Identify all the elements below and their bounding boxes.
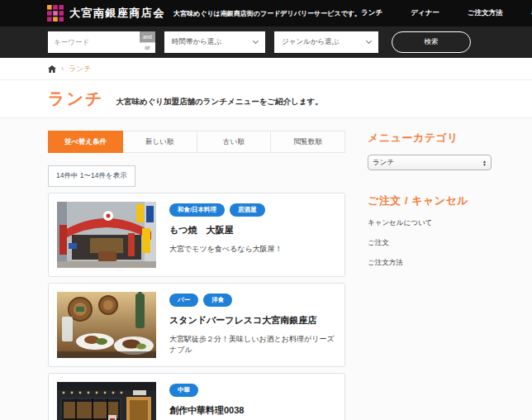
menu-category-heading: メニューカテゴリ bbox=[368, 131, 493, 146]
category-badge[interactable]: 居酒屋 bbox=[230, 203, 265, 217]
restaurant-card[interactable]: 和食/日本料理 居酒屋 もつ焼 大阪屋 大宮でモツを食べるなら大阪屋！ bbox=[48, 193, 345, 277]
category-badges: 中華 bbox=[169, 384, 244, 397]
tab-oldest[interactable]: 古い順 bbox=[197, 131, 272, 153]
page-header: ランチ 大宮味めぐり加盟店舗のランチメニューをご紹介します。 bbox=[0, 80, 532, 118]
site-logo[interactable]: 大宮南銀座商店会 bbox=[47, 5, 165, 21]
restaurant-info: 和食/日本料理 居酒屋 もつ焼 大阪屋 大宮でモツを食べるなら大阪屋！ bbox=[169, 202, 283, 268]
content-area: 並べ替え条件 新しい順 古い順 閲覧数順 14件中 1〜14件を表示 bbox=[0, 118, 532, 420]
menu-category-select[interactable]: ランチ ▲▼ bbox=[368, 155, 492, 170]
nav-dinner[interactable]: ディナー bbox=[411, 8, 439, 18]
top-header: 大宮南銀座商店会 大宮味めぐりは南銀商店街のフードデリバリーサービスです。 ラン… bbox=[0, 0, 532, 26]
restaurant-photo-0038 bbox=[57, 382, 156, 420]
category-badge[interactable]: 洋食 bbox=[203, 294, 232, 307]
keyword-field-group: and or bbox=[48, 31, 155, 53]
sidebar-link-order[interactable]: ご注文 bbox=[368, 238, 493, 248]
restaurant-card[interactable]: バー 洋食 スタンドバーフレスコ大宮南銀座店 大宮駅徒歩２分！美味しいお酒とお料… bbox=[48, 283, 345, 367]
chevron-down-icon bbox=[253, 38, 259, 44]
sidebar-link-cancel-about[interactable]: キャンセルについて bbox=[368, 218, 493, 228]
genre-select-value: ジャンルから選ぶ bbox=[282, 37, 339, 47]
nav-lunch[interactable]: ランチ bbox=[361, 8, 382, 18]
tab-sort-condition[interactable]: 並べ替え条件 bbox=[48, 131, 123, 153]
and-toggle-button[interactable]: and bbox=[140, 31, 155, 42]
home-icon[interactable] bbox=[48, 65, 56, 73]
genre-select[interactable]: ジャンルから選ぶ bbox=[274, 31, 378, 53]
restaurant-photo-osakaya bbox=[57, 202, 156, 268]
breadcrumb-separator: › bbox=[61, 64, 64, 73]
sidebar: メニューカテゴリ ランチ ▲▼ ご注文 / キャンセル キャンセルについて ご注… bbox=[368, 131, 493, 268]
results-column: 並べ替え条件 新しい順 古い順 閲覧数順 14件中 1〜14件を表示 bbox=[48, 131, 345, 420]
restaurant-description: 大宮でモツを食べるなら大阪屋！ bbox=[169, 244, 283, 255]
category-badge[interactable]: バー bbox=[169, 294, 198, 307]
chevron-down-icon bbox=[366, 38, 372, 44]
nav-how-to-order[interactable]: ご注文方法 bbox=[468, 8, 503, 18]
category-badge[interactable]: 中華 bbox=[169, 384, 198, 397]
site-tagline: 大宮味めぐりは南銀商店街のフードデリバリーサービスです。 bbox=[173, 9, 361, 18]
and-or-toggle: and or bbox=[140, 31, 155, 53]
category-badge[interactable]: 和食/日本料理 bbox=[169, 203, 225, 217]
keyword-input[interactable] bbox=[48, 31, 140, 53]
restaurant-photo-fresco bbox=[57, 292, 156, 358]
order-links: キャンセルについて ご注文 ご注文方法 bbox=[368, 218, 493, 268]
tab-newest[interactable]: 新しい順 bbox=[123, 131, 197, 153]
restaurant-card[interactable]: 中華 創作中華料理0038 bbox=[48, 373, 345, 420]
restaurant-description: 大宮駅徒歩２分！美味しいお酒とお料理がリーズナブル bbox=[169, 334, 336, 356]
tab-most-viewed[interactable]: 閲覧数順 bbox=[271, 131, 345, 153]
select-stepper-icon: ▲▼ bbox=[482, 160, 487, 166]
search-bar: and or 時間帯から選ぶ ジャンルから選ぶ 検索 bbox=[0, 26, 532, 58]
breadcrumb-current[interactable]: ランチ bbox=[69, 64, 92, 74]
result-count: 14件中 1〜14件を表示 bbox=[48, 165, 135, 187]
category-badges: 和食/日本料理 居酒屋 bbox=[169, 203, 283, 217]
sort-tabs: 並べ替え条件 新しい順 古い順 閲覧数順 bbox=[48, 131, 345, 153]
main-nav: ランチ ディナー ご注文方法 キャンセル bbox=[361, 8, 532, 18]
sidebar-link-how-to-order[interactable]: ご注文方法 bbox=[368, 258, 493, 268]
restaurant-name[interactable]: 創作中華料理0038 bbox=[169, 404, 244, 417]
search-button[interactable]: 検索 bbox=[392, 31, 471, 53]
time-select-value: 時間帯から選ぶ bbox=[172, 37, 221, 47]
restaurant-name[interactable]: スタンドバーフレスコ大宮南銀座店 bbox=[169, 314, 336, 327]
order-cancel-heading: ご注文 / キャンセル bbox=[368, 193, 493, 208]
category-badges: バー 洋食 bbox=[169, 294, 336, 307]
time-select[interactable]: 時間帯から選ぶ bbox=[164, 31, 265, 53]
menu-category-value: ランチ bbox=[373, 158, 394, 168]
site-logo-icon bbox=[47, 5, 64, 21]
restaurant-name[interactable]: もつ焼 大阪屋 bbox=[169, 224, 283, 236]
restaurant-info: バー 洋食 スタンドバーフレスコ大宮南銀座店 大宮駅徒歩２分！美味しいお酒とお料… bbox=[169, 292, 336, 358]
breadcrumb: › ランチ bbox=[0, 58, 532, 80]
page-description: 大宮味めぐり加盟店舗のランチメニューをご紹介します。 bbox=[116, 97, 322, 107]
or-toggle-button[interactable]: or bbox=[140, 42, 155, 54]
restaurant-info: 中華 創作中華料理0038 bbox=[169, 382, 244, 420]
site-title: 大宮南銀座商店会 bbox=[69, 6, 165, 21]
page-title: ランチ bbox=[48, 88, 103, 110]
